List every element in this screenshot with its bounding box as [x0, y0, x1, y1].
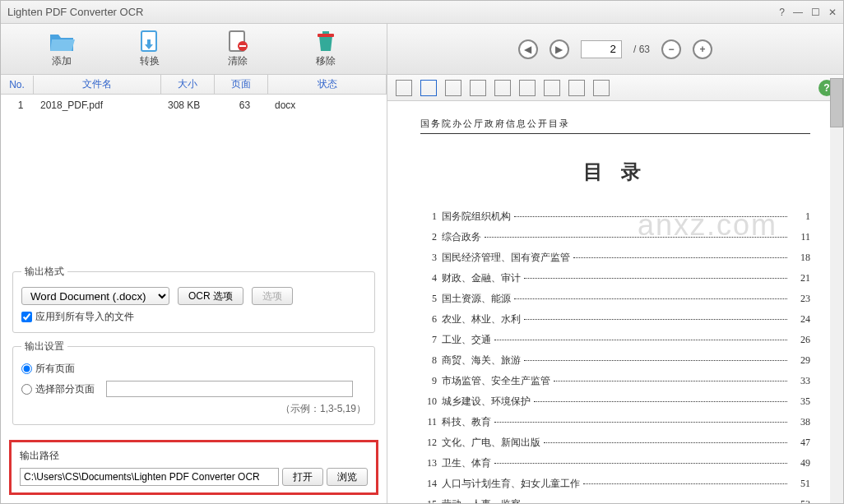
toc-item: 11科技、教育38 [420, 415, 810, 429]
toc-item: 12文化、广电、新闻出版47 [420, 436, 810, 450]
col-page[interactable]: 页面 [215, 74, 268, 95]
toc-item: 8商贸、海关、旅游29 [420, 354, 810, 368]
options-button[interactable]: 选项 [252, 287, 293, 305]
select-pages-label: 选择部分页面 [35, 382, 95, 396]
close-icon[interactable]: ✕ [828, 7, 837, 18]
col-no[interactable]: No. [1, 76, 34, 94]
col-status[interactable]: 状态 [268, 74, 387, 95]
main-area: 添加 转换 清除 移除 No. 文件名 大小 页面 [1, 24, 843, 503]
output-path-group: 输出路径 打开 浏览 [9, 440, 378, 495]
crop-icon[interactable] [519, 80, 536, 96]
scroll-thumb[interactable] [830, 78, 843, 127]
all-pages-label: 所有页面 [35, 362, 75, 376]
maximize-icon[interactable]: ☐ [811, 7, 820, 18]
prev-page-button[interactable]: ◀ [518, 39, 538, 59]
toc-list: 1国务院组织机构12综合政务113国民经济管理、国有资产监管184财政、金融、审… [420, 210, 810, 503]
output-format-legend: 输出格式 [21, 265, 67, 279]
all-pages-radio[interactable] [21, 363, 32, 374]
page-range-hint: （示例：1,3-5,19） [21, 402, 366, 416]
col-size[interactable]: 大小 [161, 74, 215, 95]
doc-header: 国务院办公厅政府信息公开目录 [420, 118, 810, 134]
zoom-out-button[interactable]: − [661, 39, 681, 59]
clear-button[interactable]: 清除 [225, 30, 251, 68]
toc-item: 3国民经济管理、国有资产监管18 [420, 251, 810, 265]
ocr-options-button[interactable]: OCR 选项 [178, 287, 243, 305]
toc-item: 1国务院组织机构1 [420, 210, 810, 224]
toc-item: 9市场监管、安全生产监管33 [420, 374, 810, 388]
zoom-in-button[interactable]: + [693, 39, 712, 59]
preview-page[interactable]: anxz.com 国务院办公厅政府信息公开目录 目 录 1国务院组织机构12综合… [387, 101, 843, 503]
preview-toolbar: ◀ ▶ / 63 − + [387, 24, 843, 75]
titlebar: Lighten PDF Converter OCR ? — ☐ ✕ [1, 1, 843, 24]
trash-icon [313, 30, 339, 53]
folder-open-icon [49, 30, 75, 53]
grid-icon[interactable] [420, 80, 437, 96]
preview-mode-toolbar: ? [387, 75, 843, 101]
settings-area: 输出格式 Word Document (.docx) OCR 选项 选项 应用到… [1, 257, 387, 440]
page-range-input[interactable] [106, 381, 353, 397]
browse-button[interactable]: 浏览 [327, 468, 368, 486]
table-row[interactable]: 1 2018_PDF.pdf 308 KB 63 docx [1, 95, 387, 116]
toc-item: 15劳动、人事、监察53 [420, 497, 810, 503]
next-page-button[interactable]: ▶ [550, 39, 569, 59]
toc-item: 6农业、林业、水利24 [420, 312, 810, 326]
toc-item: 13卫生、体育49 [420, 456, 810, 470]
toc-item: 5国土资源、能源23 [420, 292, 810, 306]
svg-rect-3 [239, 45, 246, 47]
output-settings-group: 输出设置 所有页面 选择部分页面 （示例：1,3-5,19） [12, 340, 375, 425]
toc-item: 7工业、交通26 [420, 333, 810, 347]
output-settings-legend: 输出设置 [21, 340, 67, 354]
remove-area-icon[interactable] [470, 80, 486, 96]
image-icon[interactable] [445, 80, 461, 96]
main-toolbar: 添加 转换 清除 移除 [1, 24, 387, 75]
output-path-legend: 输出路径 [20, 449, 368, 463]
col-filename[interactable]: 文件名 [34, 74, 161, 95]
document-clear-icon [225, 30, 251, 53]
right-panel: ◀ ▶ / 63 − + ? anxz.com [387, 24, 843, 503]
convert-button[interactable]: 转换 [137, 30, 163, 68]
output-format-group: 输出格式 Word Document (.docx) OCR 选项 选项 应用到… [12, 265, 375, 333]
page-number-input[interactable] [581, 40, 622, 58]
dashed-rect-icon[interactable] [544, 80, 560, 96]
minimize-icon[interactable]: — [793, 7, 803, 18]
document-convert-icon [137, 30, 163, 53]
app-window: Lighten PDF Converter OCR ? — ☐ ✕ 添加 转换 [0, 0, 844, 504]
page-total-label: / 63 [633, 44, 650, 55]
output-path-input[interactable] [20, 468, 279, 486]
column-icon[interactable] [593, 80, 610, 96]
toc-item: 2综合政务11 [420, 230, 810, 244]
open-button[interactable]: 打开 [282, 468, 323, 486]
help-icon[interactable]: ? [779, 7, 785, 18]
format-dropdown[interactable]: Word Document (.docx) [21, 287, 169, 305]
select-pages-radio[interactable] [21, 384, 32, 395]
select-area-icon[interactable] [396, 80, 412, 96]
rect-tool-icon[interactable] [494, 80, 511, 96]
file-table-header: No. 文件名 大小 页面 状态 [1, 75, 387, 95]
toc-item: 10城乡建设、环境保护35 [420, 395, 810, 409]
file-table-body: 1 2018_PDF.pdf 308 KB 63 docx [1, 95, 387, 257]
add-button[interactable]: 添加 [49, 30, 75, 68]
svg-rect-4 [318, 34, 334, 37]
remove-button[interactable]: 移除 [313, 30, 339, 68]
preview-scrollbar[interactable] [830, 78, 843, 503]
window-title: Lighten PDF Converter OCR [7, 6, 143, 18]
toc-item: 14人口与计划生育、妇女儿童工作51 [420, 477, 810, 491]
apply-all-checkbox[interactable] [21, 312, 32, 322]
left-panel: 添加 转换 清除 移除 No. 文件名 大小 页面 [1, 24, 387, 503]
apply-all-label: 应用到所有导入的文件 [35, 310, 134, 324]
doc-title: 目 录 [420, 159, 810, 185]
svg-rect-5 [322, 31, 329, 34]
layout-icon[interactable] [568, 80, 585, 96]
toc-item: 4财政、金融、审计21 [420, 271, 810, 285]
